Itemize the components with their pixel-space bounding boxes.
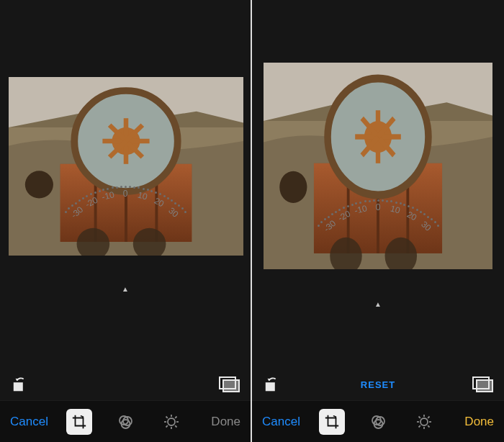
dial-tick [318, 225, 320, 227]
svg-line-71 [428, 425, 429, 427]
editor-panel: -30-20-100102030▲ Cancel Done [0, 0, 252, 442]
dial-tick [163, 195, 166, 197]
rotate-button[interactable] [261, 374, 285, 395]
svg-line-73 [428, 416, 429, 418]
svg-line-34 [175, 425, 176, 427]
tab-adjust[interactable] [411, 409, 437, 435]
dial-tick [78, 199, 81, 202]
bottom-bar: Cancel Done [252, 400, 504, 442]
done-button[interactable]: Done [462, 410, 497, 433]
svg-point-18 [25, 171, 53, 198]
dial-tick [94, 191, 96, 194]
svg-point-55 [279, 171, 307, 203]
crop-handle-tr[interactable] [480, 63, 492, 76]
svg-rect-23 [223, 380, 239, 392]
bottom-bar: Cancel Done [0, 400, 251, 442]
svg-point-65 [420, 418, 428, 425]
straighten-dial[interactable]: -30-20-100102030▲ [28, 256, 222, 292]
photo-crop-area[interactable] [264, 63, 492, 269]
dial-tick [65, 211, 67, 213]
tab-crop[interactable] [319, 409, 345, 435]
editor-panel: -30-20-100102030▲ RESET Cancel Done [252, 0, 504, 442]
tab-filters[interactable] [365, 409, 391, 435]
tool-tabs [66, 409, 184, 435]
crop-handle-br[interactable] [480, 256, 492, 269]
cancel-button[interactable]: Cancel [259, 410, 303, 433]
crop-handle-tr[interactable] [230, 77, 243, 90]
dial-tick [369, 200, 371, 202]
crop-handle-bl[interactable] [9, 243, 22, 256]
dial-tick [395, 202, 397, 204]
crop-handle-br[interactable] [230, 243, 243, 256]
crop-handle-tl[interactable] [264, 63, 276, 76]
dial-tick [351, 204, 354, 206]
dial-tick [373, 199, 375, 202]
dial-tick [99, 190, 101, 192]
dial-tick [116, 186, 118, 189]
aspect-ratio-button[interactable] [217, 374, 242, 395]
tool-tabs [319, 409, 437, 435]
dial-tick [331, 213, 333, 215]
dial-tick [120, 186, 122, 188]
tab-filters[interactable] [112, 409, 138, 435]
dial-tick [420, 211, 422, 213]
dial-tick [416, 209, 418, 211]
reset-button[interactable]: RESET [361, 379, 395, 390]
dial-label: 0 [123, 189, 128, 199]
svg-point-28 [168, 418, 175, 425]
done-button[interactable]: Done [208, 410, 243, 433]
dial-tick [143, 188, 145, 190]
tab-adjust[interactable] [158, 409, 184, 435]
dial-tick [82, 197, 84, 199]
dial-label: 0 [376, 202, 381, 212]
straighten-dial[interactable]: -30-20-100102030▲ [281, 270, 475, 306]
svg-rect-58 [266, 382, 275, 391]
dial-tick [335, 211, 337, 213]
svg-rect-21 [14, 382, 23, 391]
aspect-ratio-button[interactable] [471, 374, 495, 395]
dial-tick [400, 202, 402, 204]
dial-pointer: ▲ [374, 300, 382, 308]
svg-line-72 [419, 425, 420, 427]
crop-handle-bl[interactable] [264, 256, 276, 269]
dial-tick [347, 205, 349, 207]
rotate-button[interactable] [9, 374, 33, 395]
dial-tick [75, 202, 77, 204]
crop-subbar: RESET [252, 369, 504, 400]
svg-rect-60 [477, 380, 492, 392]
svg-line-70 [419, 416, 420, 418]
dial-pointer: ▲ [122, 285, 129, 293]
dial-tick [377, 199, 379, 202]
svg-line-36 [175, 416, 176, 418]
tab-crop[interactable] [66, 409, 92, 435]
dial-tick [147, 189, 149, 191]
svg-line-33 [166, 416, 168, 418]
svg-line-35 [166, 425, 168, 427]
dial-tick [328, 216, 330, 218]
crop-subbar [0, 369, 251, 400]
crop-handle-tl[interactable] [9, 77, 22, 90]
photo-crop-area[interactable] [9, 77, 243, 256]
cancel-button[interactable]: Cancel [7, 410, 51, 433]
dial-tick [125, 186, 127, 188]
dial-tick [167, 197, 169, 199]
